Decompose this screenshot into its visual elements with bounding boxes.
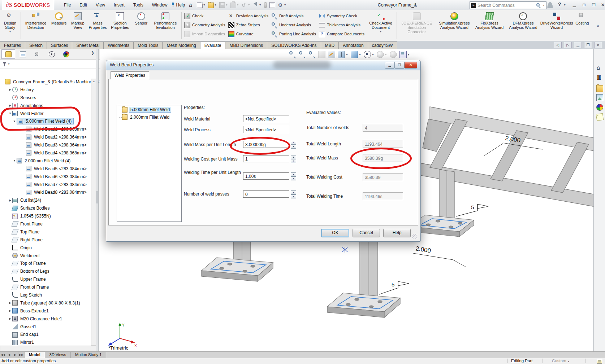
report-button[interactable] [269, 2, 276, 8]
weld-flag-right[interactable]: 5 [471, 204, 474, 210]
print-button[interactable]: ▼ [230, 1, 240, 9]
span-displays-button[interactable]: ⊞ [580, 1, 588, 8]
magnet-button[interactable] [263, 2, 268, 8]
tree-item-surface-bodies[interactable]: Surface Bodies [0, 204, 91, 212]
ribbon-costing[interactable]: Costing [573, 11, 592, 41]
hud-mag-prev-button[interactable] [308, 51, 316, 58]
pane-next-icon[interactable]: ▷ [564, 42, 572, 48]
ribbon-interference-detection[interactable]: Interference Detection [22, 11, 50, 41]
tab-mold-tools[interactable]: Mold Tools [133, 41, 163, 49]
filter-caret-icon[interactable]: ▼ [8, 63, 10, 65]
menu-window[interactable]: Window [148, 0, 172, 10]
tab-features[interactable]: Features [0, 41, 25, 49]
select-cursor-button[interactable]: ▼ [252, 2, 262, 8]
hud-cube-style-button[interactable]: ▼ [351, 51, 361, 58]
ribbon-geometry-analysis[interactable]: Geometry Analysis [184, 21, 225, 29]
doctab-nav-prev-icon[interactable]: ◀ [6, 352, 12, 358]
spinner-control[interactable]: ▲▼ [291, 155, 296, 162]
help-button[interactable]: ? [558, 1, 561, 7]
ribbon-driveworksxpress-wizard[interactable]: DriveWorksXpress Wizard [540, 11, 572, 41]
taskpane-appearances-scenes[interactable] [596, 104, 603, 112]
field-input-welding-cost-per-unit-mass[interactable]: 1 [243, 155, 289, 162]
pane-expand-icon[interactable]: ❯ [91, 51, 94, 55]
filter-funnel-icon[interactable] [2, 62, 7, 66]
tree-item-weldment[interactable]: Weldment [0, 252, 91, 260]
menu-tools[interactable]: Tools [129, 0, 148, 10]
dropdown-caret-icon[interactable]: ▼ [380, 30, 382, 33]
doc-tab-model[interactable]: Model [25, 352, 45, 358]
tree-item-2-000mm-fillet-weld-4-[interactable]: ▼2.000mm Fillet Weld (4) [0, 157, 91, 165]
hud-sphere2-button[interactable] [390, 51, 397, 58]
weld-type-item-1[interactable]: 5.000mm Fillet Weld [117, 106, 181, 113]
tree-expander-icon[interactable]: ▶ [8, 88, 12, 91]
hud-markup2-button[interactable] [328, 51, 335, 58]
ok-button[interactable]: OK [321, 229, 349, 237]
custom-properties-tag-icon[interactable] [597, 359, 602, 364]
tab-mesh-modeling[interactable]: Mesh Modeling [162, 41, 200, 49]
hud-eye-button[interactable]: ▼ [364, 51, 374, 58]
home-button[interactable] [188, 2, 195, 8]
tab-mbd[interactable]: MBD [321, 41, 339, 49]
search-caret-icon[interactable]: ▼ [543, 4, 545, 6]
tree-item-boss-extrude1[interactable]: ▶Boss-Extrude1 [0, 307, 91, 315]
tab-weldments[interactable]: Weldments [103, 41, 134, 49]
ribbon-symmetry-check[interactable]: Symmetry Check [319, 12, 364, 20]
spinner-control[interactable]: ▲▼ [291, 172, 296, 180]
doc-tab-3d-views[interactable]: 3D Views [45, 352, 71, 358]
tab-annotation[interactable]: Annotation [338, 41, 368, 49]
ribbon-simulationxpress-analysis-wizard[interactable]: SimulationXpress Analysis Wizard [436, 11, 473, 41]
tree-selected-item[interactable]: 5.000mm Fillet Weld (4) [17, 118, 74, 124]
search-commands-box[interactable]: Search Commands ▼ [470, 1, 546, 9]
tab-sheet-metal[interactable]: Sheet Metal [72, 41, 104, 49]
tree-item-weld-bead6-283-084mm-[interactable]: Weld Bead6 <283.084mm> [0, 173, 91, 181]
manager-tab-dimxpertmanager[interactable] [45, 49, 59, 59]
close-button[interactable]: ✕ [598, 1, 605, 8]
hud-cube-views-button[interactable]: ▼ [338, 51, 348, 58]
tree-item-1-0545-s355n-[interactable]: 1.0545 (S355N) [0, 212, 91, 220]
spinner-control[interactable]: ▲▼ [291, 141, 296, 148]
menu-file[interactable]: File [60, 0, 75, 10]
tree-item-sensors[interactable]: Sensors [0, 94, 91, 102]
tree-expander-icon[interactable]: ▼ [12, 120, 17, 123]
tree-item-weld-bead5-283-084mm-[interactable]: Weld Bead5 <283.084mm> [0, 165, 91, 173]
field-input-welding-time-per-unit-length[interactable]: 1.00s [243, 172, 289, 180]
ribbon-deviation-analysis[interactable]: Deviation Analysis [228, 12, 268, 20]
tree-item-history[interactable]: ▶History [0, 86, 91, 94]
tree-expander-icon[interactable]: ▼ [12, 159, 17, 162]
taskpane-view-palette[interactable] [596, 94, 603, 102]
tree-filter-row[interactable]: ▼ [0, 59, 100, 69]
pane-prev-icon[interactable]: ◁ [554, 42, 562, 48]
tree-item-cut-list-24-[interactable]: ▶Cut list(24) [0, 196, 91, 204]
tab-surfaces[interactable]: Surfaces [47, 41, 72, 49]
hud-cube-gray2-button[interactable] [318, 51, 325, 58]
ribbon-design-study[interactable]: Design Study▼ [1, 11, 20, 41]
ribbon-import-diagnostics[interactable]: Import Diagnostics [184, 30, 225, 38]
manager-tab-displaymanager[interactable] [59, 49, 73, 59]
tree-item-top-of-frame[interactable]: Top of Frame [0, 259, 91, 267]
ribbon-check-active-document[interactable]: Check Active Document▼ [366, 11, 396, 41]
options-gear-button[interactable]: ▼ [277, 2, 287, 8]
tree-item-annotations[interactable]: ▶Annotations [0, 102, 91, 110]
minimize-button[interactable]: ▁ [570, 1, 579, 8]
tree-item-front-plane[interactable]: Front Plane [0, 220, 91, 228]
manager-tab-propertymanager[interactable] [16, 49, 30, 59]
dimension-mid[interactable]: 2.000 [415, 245, 431, 254]
doc-close-icon[interactable]: ✕ [594, 42, 602, 48]
tree-item-weld-bead7-283-084mm-[interactable]: Weld Bead7 <283.084mm> [0, 181, 91, 189]
tree-item-front-of-frame[interactable]: Front of Frame [0, 283, 91, 291]
doc-restore-icon[interactable]: ❐ [584, 42, 592, 48]
hud-sphere-button[interactable]: ▼ [377, 51, 387, 58]
tree-item-upper-frame[interactable]: Upper Frame [0, 275, 91, 283]
pin-icon[interactable] [170, 2, 176, 8]
restore-button[interactable]: ❐ [589, 1, 598, 8]
dialog-title-bar[interactable]: Weld Bead Properties [106, 60, 420, 70]
tree-item-tube-square-80-x-80-x-6-3-1-[interactable]: ▶Tube (square) 80 X 80 X 6.3(1) [0, 299, 91, 307]
ribbon-measure[interactable]: Measure [49, 11, 68, 41]
ribbon-curvature[interactable]: Curvature [228, 30, 268, 38]
ribbon-compare-documents[interactable]: Compare Documents [319, 30, 364, 38]
weld-flag-lower[interactable]: 5 [392, 281, 394, 288]
tab-evaluate[interactable]: Evaluate [200, 41, 226, 49]
ribbon-thickness-analysis[interactable]: Thickness Analysis [319, 21, 364, 29]
tree-item-top-plane[interactable]: Top Plane [0, 228, 91, 236]
menu-edit[interactable]: Edit [75, 0, 91, 10]
